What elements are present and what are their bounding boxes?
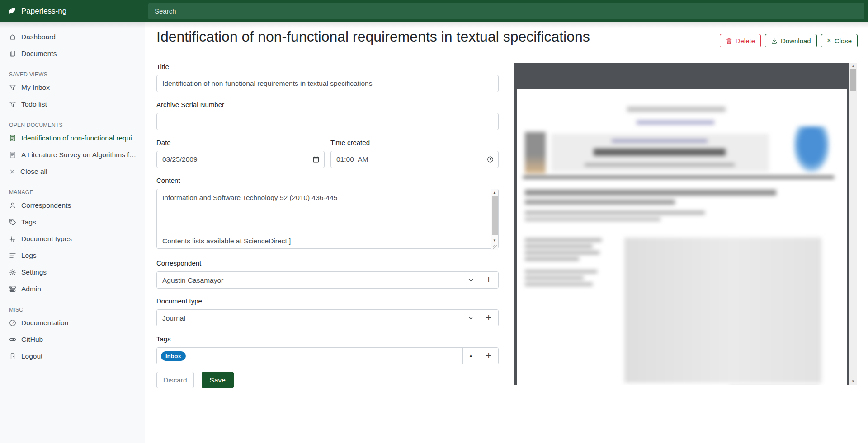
plus-icon: + xyxy=(486,275,492,285)
preview-scrollbar[interactable]: ▲ ▼ xyxy=(849,63,857,385)
sidebar-item-close-all[interactable]: Close all xyxy=(0,163,145,180)
sidebar-item-documentation[interactable]: ? Documentation xyxy=(0,314,145,331)
close-icon: × xyxy=(827,37,831,44)
sidebar-section-manage: MANAGE xyxy=(9,189,136,196)
asn-input[interactable] xyxy=(156,113,499,130)
file-text-icon xyxy=(9,151,16,159)
sidebar-section-misc: MISC xyxy=(9,307,136,313)
app-brand[interactable]: Paperless-ng xyxy=(0,6,145,16)
person-icon xyxy=(9,202,16,209)
question-circle-icon: ? xyxy=(9,319,16,326)
leaf-logo-icon xyxy=(7,6,17,16)
document-type-label: Document type xyxy=(156,297,499,305)
add-correspondent-button[interactable]: + xyxy=(479,271,499,289)
close-button[interactable]: × Close xyxy=(821,34,858,47)
close-icon xyxy=(9,168,15,175)
tag-icon xyxy=(9,219,16,226)
sidebar-item-logs[interactable]: Logs xyxy=(0,247,145,264)
clock-icon[interactable] xyxy=(487,156,494,163)
sidebar-item-settings[interactable]: Settings xyxy=(0,264,145,280)
link-icon xyxy=(9,336,16,343)
sidebar-section-saved-views: SAVED VIEWS xyxy=(9,71,136,78)
main-content: Identification of non-functional require… xyxy=(145,22,868,443)
funnel-icon xyxy=(9,101,16,108)
delete-button[interactable]: Delete xyxy=(720,34,761,47)
document-edit-form: Title Archive Serial Number Date Time cr… xyxy=(156,63,499,388)
asn-field-group: Archive Serial Number xyxy=(156,101,499,130)
content-label: Content xyxy=(156,177,499,185)
house-icon xyxy=(9,33,16,41)
title-label: Title xyxy=(156,63,499,71)
tag-chip-inbox[interactable]: Inbox xyxy=(161,351,186,361)
sidebar-item-github[interactable]: GitHub xyxy=(0,331,145,348)
door-icon xyxy=(9,353,16,360)
date-label: Date xyxy=(156,139,325,147)
sidebar-item-documents[interactable]: Documents xyxy=(0,45,145,62)
scrollbar-thumb[interactable] xyxy=(850,69,856,91)
sidebar-item-todo-list[interactable]: Todo list xyxy=(0,96,145,112)
add-document-type-button[interactable]: + xyxy=(479,309,499,326)
brand-title: Paperless-ng xyxy=(21,7,66,16)
documents-icon xyxy=(9,50,16,57)
sidebar-item-dashboard[interactable]: Dashboard xyxy=(0,28,145,45)
tags-label: Tags xyxy=(156,335,499,343)
form-actions: Discard Save xyxy=(156,372,499,388)
title-divider xyxy=(156,56,858,56)
add-tag-button[interactable]: + xyxy=(479,347,499,364)
scrollbar-thumb[interactable] xyxy=(492,196,498,235)
sidebar-item-tags[interactable]: Tags xyxy=(0,214,145,230)
hash-icon xyxy=(9,235,16,242)
toggles-icon xyxy=(9,285,16,293)
sidebar-item-correspondents[interactable]: Correspondents xyxy=(0,197,145,214)
chevron-up-icon: ▲ xyxy=(469,354,473,358)
tags-collapse-button[interactable]: ▲ xyxy=(462,347,479,364)
title-field-group: Title xyxy=(156,63,499,92)
asn-label: Archive Serial Number xyxy=(156,101,499,109)
funnel-icon xyxy=(9,84,16,91)
pdf-preview-pane: ▲ ▼ xyxy=(514,63,857,385)
scroll-down-icon[interactable]: ▼ xyxy=(491,238,498,244)
time-field-group: Time created xyxy=(330,139,499,168)
document-actions: Delete Download × Close xyxy=(720,34,858,47)
tags-input[interactable]: Inbox xyxy=(156,347,463,364)
content-field-group: Content Information and Software Technol… xyxy=(156,177,499,251)
content-scrollbar[interactable]: ▲ ▼ xyxy=(491,189,498,250)
search-input[interactable] xyxy=(148,3,864,19)
plus-icon: + xyxy=(486,351,492,361)
sidebar-item-my-inbox[interactable]: My Inbox xyxy=(0,79,145,96)
date-field-group: Date xyxy=(156,139,325,168)
save-button[interactable]: Save xyxy=(202,372,234,388)
file-text-icon xyxy=(9,135,16,142)
scroll-up-icon[interactable]: ▲ xyxy=(491,190,498,196)
correspondent-select[interactable]: Agustin Casamayor xyxy=(156,271,479,289)
time-input[interactable] xyxy=(330,151,499,168)
date-time-row: Date Time created xyxy=(156,139,499,168)
gear-icon xyxy=(9,269,16,276)
sidebar-item-logout[interactable]: Logout xyxy=(0,348,145,364)
title-input[interactable] xyxy=(156,75,499,92)
document-type-field-group: Document type Journal + xyxy=(156,297,499,326)
page-title: Identification of non-functional require… xyxy=(156,28,590,45)
textarea-resize-handle[interactable] xyxy=(493,245,498,250)
sidebar: Dashboard Documents SAVED VIEWS My Inbox… xyxy=(0,22,145,443)
scroll-down-icon[interactable]: ▼ xyxy=(849,379,857,384)
sidebar-item-admin[interactable]: Admin xyxy=(0,280,145,297)
top-navbar: Paperless-ng xyxy=(0,0,868,22)
svg-text:?: ? xyxy=(12,321,14,325)
download-button[interactable]: Download xyxy=(765,34,817,47)
content-textarea[interactable]: Information and Software Technology 52 (… xyxy=(156,189,499,249)
calendar-icon[interactable] xyxy=(312,156,320,163)
correspondent-label: Correspondent xyxy=(156,259,499,267)
pdf-page xyxy=(517,89,847,385)
document-type-select[interactable]: Journal xyxy=(156,309,479,326)
sidebar-open-document-2[interactable]: A Literature Survey on Algorithms for Mu… xyxy=(0,146,145,163)
download-icon xyxy=(771,37,778,44)
time-label: Time created xyxy=(330,139,499,147)
text-lines-icon xyxy=(9,252,16,259)
sidebar-open-document-1[interactable]: Identification of non-functional require… xyxy=(0,130,145,146)
pdf-blurred-content xyxy=(517,89,847,385)
discard-button[interactable]: Discard xyxy=(156,372,194,388)
sidebar-item-document-types[interactable]: Document types xyxy=(0,230,145,247)
plus-icon: + xyxy=(486,313,492,323)
date-input[interactable] xyxy=(156,151,325,168)
